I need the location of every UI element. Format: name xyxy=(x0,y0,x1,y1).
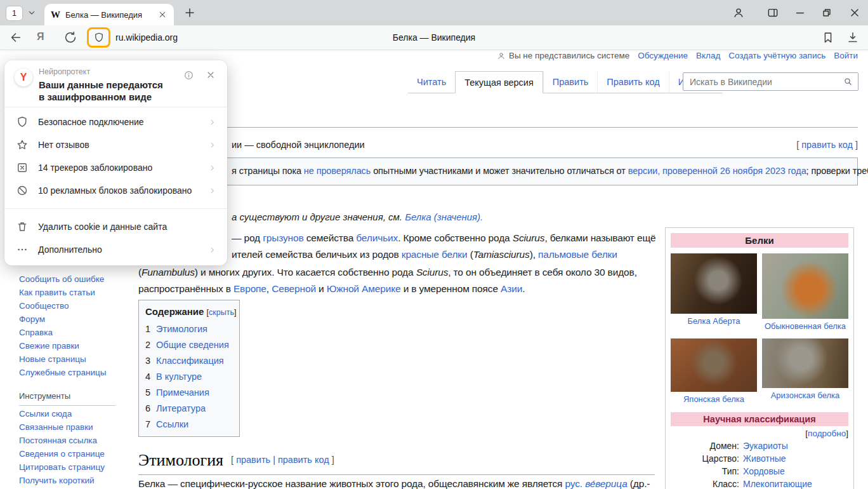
link-europe[interactable]: Европе xyxy=(233,283,266,294)
sidebar-link[interactable]: Сообщество xyxy=(19,302,106,311)
personal-link[interactable]: Войти xyxy=(834,51,858,60)
tab-read[interactable]: Читать xyxy=(408,71,455,93)
photo-caption[interactable]: Аризонская белка xyxy=(762,391,848,400)
trackers-blocked-row[interactable]: 14 трекеров заблокировано xyxy=(4,156,227,179)
url-text[interactable]: ru.wikipedia.org xyxy=(115,25,178,50)
edit-code-link[interactable]: править код xyxy=(801,140,853,150)
sidebar-link[interactable]: Связанные правки xyxy=(19,423,105,432)
reviews-row[interactable]: Нет отзывов xyxy=(4,133,227,156)
toc-link[interactable]: Примечания xyxy=(156,387,209,398)
browser-tab[interactable]: W Белка — Википедия xyxy=(44,4,174,25)
toc-hide-link[interactable]: скрыть xyxy=(209,308,234,317)
sidebar-link[interactable]: Справка xyxy=(19,328,106,337)
wiki-search-input[interactable] xyxy=(688,76,839,88)
photo-caption[interactable]: Белка Аберта xyxy=(671,316,757,326)
rank-value-link[interactable]: Хордовые xyxy=(743,466,848,476)
sidebar-link[interactable]: Ссылки сюда xyxy=(19,410,105,419)
edit-source-link[interactable]: править код xyxy=(278,455,329,465)
tab-close-icon[interactable] xyxy=(157,10,168,20)
window-close-icon[interactable] xyxy=(848,6,861,19)
toc-link[interactable]: Этимология xyxy=(156,324,207,334)
toc-item[interactable]: 5Примечания xyxy=(145,387,233,398)
bookmark-icon[interactable] xyxy=(821,30,835,44)
popup-close-icon[interactable] xyxy=(206,70,216,80)
toc-item[interactable]: 4В культуре xyxy=(145,372,233,382)
tab-edit-source[interactable]: Править код xyxy=(597,71,668,93)
photo-caption[interactable]: Японская белка xyxy=(671,394,757,404)
text: , то он объединяет в себя около 30 видов… xyxy=(448,267,637,278)
new-tab-icon[interactable] xyxy=(183,6,197,20)
toc-link[interactable]: Литература xyxy=(156,403,206,413)
info-icon[interactable] xyxy=(183,70,194,81)
link-rus[interactable]: рус. xyxy=(565,478,582,489)
link-south-america[interactable]: Южной Америке xyxy=(327,283,401,294)
search-icon[interactable] xyxy=(843,77,853,86)
toc-item[interactable]: 2Общие сведения xyxy=(145,340,233,350)
sidebar-link[interactable]: Как править статьи xyxy=(19,288,106,297)
personal-link[interactable]: Создать учётную запись xyxy=(728,51,825,60)
link-red-squirrels[interactable]: красные белки xyxy=(402,249,468,260)
squirrel-photo-aberta[interactable] xyxy=(671,253,757,314)
link-rodents[interactable]: грызунов xyxy=(263,232,303,243)
sidebar-link[interactable]: Цитировать страницу xyxy=(19,463,105,472)
hatnote-link[interactable]: Белка (значения). xyxy=(405,211,483,222)
sidebar-link[interactable]: Получить короткий xyxy=(19,476,105,485)
toc-link[interactable]: Общие сведения xyxy=(156,340,229,350)
protect-shield-highlight[interactable] xyxy=(87,27,110,48)
toc-link[interactable]: В культуре xyxy=(156,372,202,382)
personal-link[interactable]: Обсуждение xyxy=(638,51,688,60)
sidebar-link[interactable]: Сведения о странице xyxy=(19,450,105,459)
rank-value-link[interactable]: Млекопитающие xyxy=(743,479,848,489)
chevron-right-icon xyxy=(207,117,217,127)
tab-edit[interactable]: Править xyxy=(543,71,598,93)
more-row[interactable]: Дополнительно xyxy=(4,238,227,261)
delete-cookies-row[interactable]: Удалить cookie и данные сайта xyxy=(4,215,227,238)
photo-caption[interactable]: Обыкновенная белка xyxy=(762,321,848,331)
link-sciuridae[interactable]: беличьих xyxy=(356,232,398,243)
notice-version-link[interactable]: версии, проверенной 26 ноября 2023 года xyxy=(628,166,806,176)
hatnote: а существуют и другие значения, см. Белк… xyxy=(232,211,483,222)
side-panel-icon[interactable] xyxy=(766,6,779,19)
shield-icon[interactable] xyxy=(93,32,105,43)
rank-value-link[interactable]: Животные xyxy=(743,453,848,464)
yandex-icon[interactable]: Я xyxy=(37,31,44,43)
squirrel-photo-japanese[interactable] xyxy=(671,338,757,392)
personal-link[interactable]: Вклад xyxy=(696,51,720,60)
sidebar-link[interactable]: Новые страницы xyxy=(19,355,106,364)
squirrel-photo-red[interactable] xyxy=(762,253,848,319)
squirrel-photo-arizona[interactable] xyxy=(762,338,848,388)
back-icon[interactable] xyxy=(9,30,23,44)
toc-item[interactable]: 3Классификация xyxy=(145,356,233,366)
details-link[interactable]: подробно xyxy=(808,429,846,438)
link-veveritsa[interactable]: ве́верица xyxy=(585,478,627,489)
download-icon[interactable] xyxy=(846,30,860,44)
link-palm-squirrels[interactable]: пальмовые белки xyxy=(538,249,617,260)
classification-header[interactable]: Научная классификация xyxy=(671,412,848,426)
tab-counter-button[interactable]: 1 xyxy=(6,6,23,21)
toc-item[interactable]: 6Литература xyxy=(145,403,233,413)
sidebar-link[interactable]: Служебные страницы xyxy=(19,368,106,377)
ads-blocked-row[interactable]: 10 рекламных блоков заблокировано xyxy=(4,179,227,202)
sidebar-link[interactable]: Постоянная ссылка xyxy=(19,436,105,445)
notice-link[interactable]: не проверялась xyxy=(304,166,371,176)
rank-value-link[interactable]: Эукариоты xyxy=(743,441,848,451)
reload-icon[interactable] xyxy=(63,30,77,44)
toc-item[interactable]: 1Этимология xyxy=(145,324,233,334)
tab-list-chevron-icon[interactable] xyxy=(27,8,37,18)
profile-avatar-icon[interactable] xyxy=(732,6,745,19)
toc-hide: [скрыть] xyxy=(207,308,237,317)
sidebar-link[interactable]: Сообщить об ошибке xyxy=(19,275,106,284)
toc-item[interactable]: 7Ссылки xyxy=(145,419,233,429)
maximize-icon[interactable] xyxy=(820,6,833,19)
toc-link[interactable]: Классификация xyxy=(156,356,224,366)
toc-link[interactable]: Ссылки xyxy=(156,419,188,429)
edit-link[interactable]: править xyxy=(236,455,270,465)
tab-current-version[interactable]: Текущая версия xyxy=(455,71,543,93)
sidebar-link[interactable]: Свежие правки xyxy=(19,342,106,351)
sidebar-link[interactable]: Форум xyxy=(19,315,106,324)
wiki-search-box[interactable] xyxy=(683,72,858,91)
minimize-icon[interactable] xyxy=(794,6,806,19)
link-asia[interactable]: Азии xyxy=(501,283,522,294)
link-north-america[interactable]: Северной xyxy=(272,283,316,294)
secure-connection-row[interactable]: Безопасное подключение xyxy=(4,111,227,133)
